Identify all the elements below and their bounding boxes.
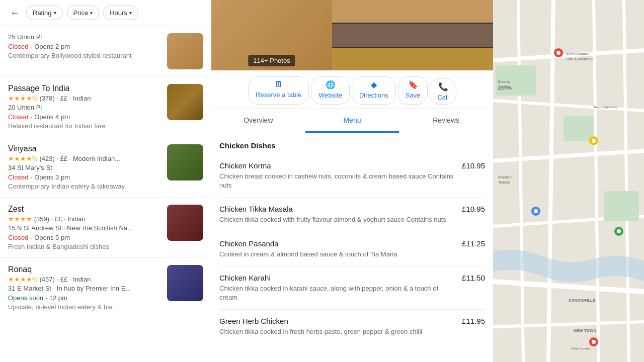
menu-item-info: Chicken Pasanda Cooked in cream & almond… bbox=[219, 239, 454, 259]
rating-count: (457) bbox=[39, 276, 54, 283]
svg-point-51 bbox=[534, 209, 538, 213]
svg-text:Inverleith: Inverleith bbox=[498, 175, 513, 179]
menu-item-info: Chicken Karahi Chicken tikka cooked in k… bbox=[219, 274, 454, 302]
menu-item: Green Herb Chicken Chicken tikka cooked … bbox=[219, 309, 485, 343]
open-time: Opens 2 pm bbox=[34, 43, 70, 50]
restaurant-status: Closed · Opens 3 pm bbox=[8, 172, 161, 182]
website-btn[interactable]: 🌐 Website bbox=[311, 76, 350, 105]
menu-item-desc: Chicken tikka cooked in fresh herbs past… bbox=[219, 327, 454, 336]
photo-thumb-2[interactable] bbox=[332, 24, 493, 46]
menu-section-title: Chicken Dishes bbox=[219, 133, 485, 154]
restaurant-meta: ★★★★½ (457) · ££ · Indian bbox=[8, 276, 161, 283]
price-level: ££ bbox=[60, 276, 67, 283]
tab-overview[interactable]: Overview bbox=[211, 109, 305, 133]
restaurant-desc: Fresh Indian & Bangladeshi dishes bbox=[8, 243, 161, 250]
svg-text:Garden: Garden bbox=[498, 85, 510, 88]
restaurant-address: 15 N St Andrew St · Near the Scottish Na… bbox=[8, 224, 161, 232]
menu-item-desc: Chicken breast cooked in cashew nuts, co… bbox=[219, 172, 454, 190]
list-item[interactable]: Passage To India ★★★★½ (378) · ££ · Indi… bbox=[0, 77, 211, 137]
tabs-row: Overview Menu Reviews bbox=[211, 109, 493, 133]
photo-thumb-1[interactable] bbox=[332, 0, 493, 23]
status-closed: Closed bbox=[8, 173, 28, 181]
svg-text:CANONMILLS: CANONMILLS bbox=[569, 298, 596, 303]
star-rating: ★★★★½ bbox=[8, 95, 38, 102]
top-bar: ← Rating ▾ Price ▾ Hours ▾ bbox=[0, 0, 211, 26]
main-photo[interactable]: 114+ Photos bbox=[211, 0, 332, 70]
menu-item-name: Chicken Korma bbox=[219, 161, 454, 170]
menu-item-name: Chicken Tikka Masala bbox=[219, 205, 454, 213]
back-button[interactable]: ← bbox=[8, 5, 22, 21]
list-item[interactable]: 25 Union Pl Closed · Opens 2 pm Contempo… bbox=[0, 26, 211, 77]
svg-text:NEW TOWN: NEW TOWN bbox=[574, 328, 596, 333]
menu-item-desc: Chicken tikka cooked in karahi sauce, al… bbox=[219, 284, 454, 302]
photo-count-badge[interactable]: 114+ Photos bbox=[248, 55, 295, 66]
hours-filter[interactable]: Hours ▾ bbox=[103, 6, 138, 20]
phone-icon: 📞 bbox=[438, 82, 448, 92]
rating-count: (423) bbox=[39, 155, 54, 162]
svg-text:Krem Karamel: Krem Karamel bbox=[566, 52, 589, 56]
actions-row: 🗓 Reserve a table 🌐 Website ◆ Directions… bbox=[211, 70, 493, 109]
restaurant-list-panel: ← Rating ▾ Price ▾ Hours ▾ 25 Union Pl C… bbox=[0, 0, 211, 362]
menu-item-price: £11.95 bbox=[462, 317, 485, 325]
menu-item: Chicken Pasanda Cooked in cream & almond… bbox=[219, 232, 485, 266]
call-label: Call bbox=[437, 94, 448, 101]
bookmark-icon: 🔖 bbox=[408, 80, 418, 89]
svg-text:Tesco Superstore: Tesco Superstore bbox=[594, 106, 617, 109]
svg-point-47 bbox=[556, 51, 560, 55]
star-rating: ★★★★ bbox=[8, 215, 32, 223]
map-area[interactable]: Warristm Krem Karamel Café & Bookshop Bo… bbox=[493, 0, 644, 362]
price-filter[interactable]: Price ▾ bbox=[67, 6, 100, 20]
menu-item-info: Green Herb Chicken Chicken tikka cooked … bbox=[219, 317, 454, 336]
tab-reviews[interactable]: Reviews bbox=[399, 109, 493, 133]
directions-label: Directions bbox=[359, 92, 388, 99]
restaurant-info: 25 Union Pl Closed · Opens 2 pm Contempo… bbox=[8, 33, 161, 69]
restaurant-address: 25 Union Pl bbox=[8, 33, 161, 41]
restaurant-desc: Contemporary Bollywood-styled restaurant bbox=[8, 52, 161, 59]
restaurant-image bbox=[167, 33, 203, 69]
menu-content[interactable]: Chicken Dishes Chicken Korma Chicken bre… bbox=[211, 133, 493, 362]
cuisine-type: Indian bbox=[67, 215, 85, 223]
restaurant-detail-panel: 114+ Photos 🗓 Reserve a table 🌐 Website … bbox=[211, 0, 493, 362]
svg-point-49 bbox=[592, 139, 596, 143]
globe-icon: 🌐 bbox=[326, 80, 336, 89]
menu-tab-label: Menu bbox=[343, 116, 361, 124]
svg-text:Indian Lounge: Indian Lounge bbox=[571, 347, 591, 350]
restaurant-name: Ronaq bbox=[8, 265, 161, 274]
save-btn[interactable]: 🔖 Save bbox=[398, 76, 428, 105]
svg-text:Terrace: Terrace bbox=[498, 180, 510, 184]
restaurant-info: Zest ★★★★ (359) · ££ · Indian 15 N St An… bbox=[8, 205, 161, 250]
restaurant-desc: Relaxed restaurant for Indian fare bbox=[8, 122, 161, 130]
call-btn[interactable]: 📞 Call bbox=[430, 78, 456, 105]
photos-section[interactable]: 114+ Photos bbox=[211, 0, 493, 70]
directions-btn[interactable]: ◆ Directions bbox=[352, 76, 396, 105]
list-item[interactable]: Ronaq ★★★★½ (457) · ££ · Indian 31 E Mar… bbox=[0, 258, 211, 318]
restaurant-list[interactable]: 25 Union Pl Closed · Opens 2 pm Contempo… bbox=[0, 26, 211, 362]
cuisine-type: Modern Indian... bbox=[73, 155, 120, 162]
photo-thumb-3[interactable] bbox=[332, 48, 493, 70]
save-label: Save bbox=[406, 92, 421, 99]
price-filter-arrow: ▾ bbox=[90, 10, 93, 16]
calendar-icon: 🗓 bbox=[275, 80, 283, 89]
menu-item: Chicken Tikka Masala Chicken tikka cooke… bbox=[219, 197, 485, 231]
star-rating: ★★★★½ bbox=[8, 155, 38, 162]
svg-rect-35 bbox=[564, 116, 594, 141]
menu-item-name: Green Herb Chicken bbox=[219, 317, 454, 325]
directions-icon: ◆ bbox=[371, 80, 377, 89]
website-label: Website bbox=[318, 92, 342, 99]
menu-item-name: Chicken Pasanda bbox=[219, 239, 454, 248]
tab-menu[interactable]: Menu bbox=[305, 109, 399, 133]
list-item[interactable]: Vinyasa ★★★★½ (423) · ££ · Modern Indian… bbox=[0, 137, 211, 198]
rating-filter[interactable]: Rating ▾ bbox=[26, 6, 63, 20]
restaurant-image bbox=[167, 84, 203, 120]
restaurant-image bbox=[167, 144, 203, 180]
open-time: Opens 4 pm bbox=[34, 113, 70, 121]
restaurant-desc: Contemporary Indian eatery & takeaway bbox=[8, 183, 161, 190]
list-item[interactable]: Zest ★★★★ (359) · ££ · Indian 15 N St An… bbox=[0, 198, 211, 258]
rating-filter-arrow: ▾ bbox=[54, 10, 56, 16]
reserve-table-btn[interactable]: 🗓 Reserve a table bbox=[248, 76, 309, 105]
status-closed: Closed bbox=[8, 113, 28, 121]
restaurant-info: Passage To India ★★★★½ (378) · ££ · Indi… bbox=[8, 84, 161, 130]
open-time: 12 pm bbox=[49, 294, 67, 302]
cuisine-type: Indian bbox=[73, 276, 91, 283]
rating-count: (378) bbox=[39, 95, 54, 102]
